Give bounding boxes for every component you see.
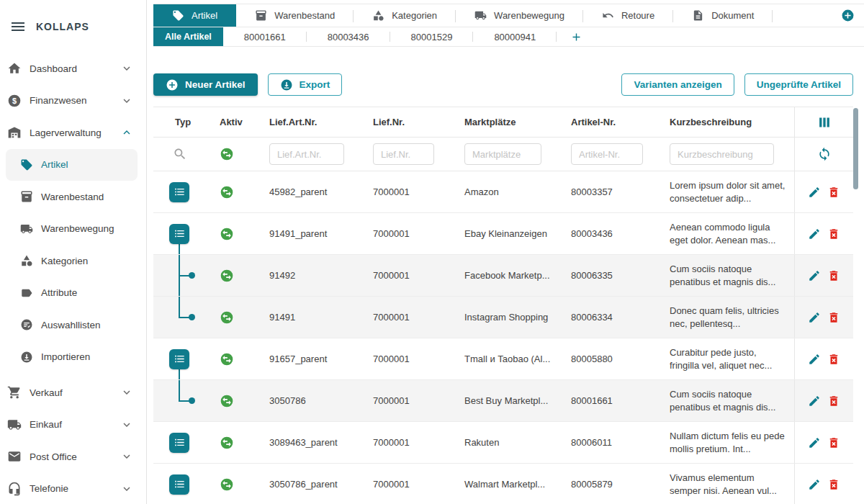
sidebar-item-warenbewegung[interactable]: Warenbewegung xyxy=(6,213,138,246)
pencil-icon[interactable] xyxy=(808,311,821,324)
swap-circle-icon[interactable] xyxy=(220,477,234,492)
sidebar-item-einkauf[interactable]: Einkauf xyxy=(6,409,138,441)
show-variants-button[interactable]: Varianten anzeigen xyxy=(621,73,734,96)
columns-icon[interactable] xyxy=(816,114,832,130)
swap-circle-icon[interactable] xyxy=(220,394,234,408)
trash-x-icon[interactable] xyxy=(827,269,840,282)
swap-circle-icon[interactable] xyxy=(220,147,234,161)
filter-aktiv-cell xyxy=(199,138,251,171)
column-header-lief-art-nr: Lief.Art.Nr. xyxy=(251,107,356,137)
swap-circle-icon[interactable] xyxy=(220,185,234,199)
trash-x-icon[interactable] xyxy=(827,311,840,324)
sidebar-item-importieren[interactable]: Importieren xyxy=(6,341,138,374)
subtab-alle-artikel[interactable]: Alle Artikel xyxy=(153,27,223,46)
pencil-icon[interactable] xyxy=(808,228,821,240)
table-row[interactable]: 30507867000001Best Buy Marketpl...800016… xyxy=(153,380,853,422)
category-icon xyxy=(372,9,384,22)
filter-input-lief-art-nr[interactable] xyxy=(269,143,344,165)
column-header-artikel-nr: Artikel-Nr. xyxy=(554,107,652,137)
add-module-tab-button[interactable] xyxy=(841,9,855,22)
swap-circle-icon[interactable] xyxy=(220,436,234,450)
sidebar-item-kategorien[interactable]: Kategorien xyxy=(6,245,138,277)
pencil-icon[interactable] xyxy=(808,478,821,491)
swap-circle-icon[interactable] xyxy=(220,269,234,283)
swap-circle-icon[interactable] xyxy=(220,227,234,241)
tab-warenbewegung[interactable]: Warenbewegung xyxy=(456,4,583,27)
parent-article-icon[interactable] xyxy=(169,349,189,369)
trash-x-icon[interactable] xyxy=(827,353,840,366)
trash-x-icon[interactable] xyxy=(827,228,840,240)
tab-dokument[interactable]: Dokument xyxy=(673,4,773,27)
pencil-icon[interactable] xyxy=(808,436,821,449)
sidebar-item-auswahllisten[interactable]: Auswahllisten xyxy=(6,309,138,341)
subtab-80001661[interactable]: 80001661 xyxy=(223,27,307,46)
table-row[interactable]: 91657_parent7000001Tmall и Taobao (Al...… xyxy=(153,338,853,380)
chevron-down-icon xyxy=(120,62,133,75)
sidebar-item-verkauf[interactable]: Verkauf xyxy=(6,377,138,409)
module-tabs: ArtikelWarenbestandKategorienWarenbewegu… xyxy=(153,4,773,27)
tab-kategorien[interactable]: Kategorien xyxy=(354,4,456,27)
menu-icon[interactable] xyxy=(9,18,27,35)
table-row[interactable]: 91491_parent7000001Ebay Kleinanzeigen800… xyxy=(153,213,853,255)
tab-warenbestand[interactable]: Warenbestand xyxy=(236,4,354,27)
dollar-circle-icon: $ xyxy=(7,94,22,108)
parent-article-icon[interactable] xyxy=(169,182,189,202)
pencil-icon[interactable] xyxy=(808,395,821,408)
actions-cell xyxy=(794,213,853,254)
sidebar-item-post-office[interactable]: Post Office xyxy=(6,441,138,473)
kurzbeschreibung-cell: Vivamus elementum semper nisi. Aenean vu… xyxy=(652,464,794,504)
tree-node-dot xyxy=(189,397,195,404)
scrollbar[interactable] xyxy=(853,108,858,189)
add-article-tab-button[interactable] xyxy=(570,31,582,43)
export-icon xyxy=(280,78,293,91)
subtab-80003436[interactable]: 80003436 xyxy=(307,27,390,46)
tab-artikel[interactable]: Artikel xyxy=(153,4,236,27)
filter-input-lief-nr[interactable] xyxy=(373,143,434,165)
table-row[interactable]: 45982_parent7000001Amazon80003357Lorem i… xyxy=(153,171,853,213)
table-row[interactable]: 3089463_parent7000001Rakuten80006011Null… xyxy=(153,422,853,464)
pencil-icon[interactable] xyxy=(808,353,821,366)
table-row[interactable]: 914927000001Facebook Marketp...80006335C… xyxy=(153,255,853,297)
parent-article-icon[interactable] xyxy=(169,474,189,495)
sidebar-item-dashboard[interactable]: Dashboard xyxy=(6,53,138,85)
swap-circle-icon[interactable] xyxy=(220,352,234,366)
parent-article-icon[interactable] xyxy=(169,433,189,453)
pencil-icon[interactable] xyxy=(808,186,821,199)
tab-retoure[interactable]: Retoure xyxy=(583,4,673,27)
trash-x-icon[interactable] xyxy=(827,186,840,199)
table-row[interactable]: 3050786_parent7000001Walmart Marketpl...… xyxy=(153,464,853,504)
aktiv-cell xyxy=(199,338,251,379)
sync-icon[interactable] xyxy=(817,147,832,161)
unchecked-articles-label: Ungeprüfte Artikel xyxy=(757,79,841,90)
new-article-button[interactable]: Neuer Artikel xyxy=(153,73,258,96)
column-header-typ: Typ xyxy=(153,107,199,137)
sidebar-item-telefonie[interactable]: Telefonie xyxy=(6,473,138,504)
unchecked-articles-button[interactable]: Ungeprüfte Artikel xyxy=(744,73,853,96)
trash-x-icon[interactable] xyxy=(827,478,840,491)
actions-cell xyxy=(794,338,853,379)
filter-input-marktpl-tze[interactable] xyxy=(464,143,541,165)
parent-article-icon[interactable] xyxy=(169,224,189,244)
sidebar-item-warenbestand[interactable]: Warenbestand xyxy=(6,181,138,213)
swap-circle-icon[interactable] xyxy=(220,310,234,325)
artikel-nr-cell: 80005879 xyxy=(554,464,652,504)
subtab-80001529[interactable]: 80001529 xyxy=(390,27,474,46)
table-row[interactable]: 914917000001Instagram Shopping80006334Do… xyxy=(153,297,853,338)
filter-input-artikel-nr[interactable] xyxy=(571,143,643,165)
typ-cell xyxy=(153,338,199,379)
sidebar-item-lagerverwaltung[interactable]: Lagerverwaltung xyxy=(6,117,138,149)
filter-cell xyxy=(251,138,356,171)
trash-x-icon[interactable] xyxy=(827,436,840,449)
pencil-icon[interactable] xyxy=(808,269,821,282)
refresh-cell xyxy=(794,138,853,171)
filter-input-kurzbeschreibung[interactable] xyxy=(670,143,774,165)
lief-nr-cell: 7000001 xyxy=(356,422,447,463)
trash-x-icon[interactable] xyxy=(827,395,840,408)
add-icon xyxy=(166,78,179,91)
sidebar-item-artikel[interactable]: Artikel xyxy=(6,149,138,181)
sidebar-item-finanzwesen[interactable]: $Finanzwesen xyxy=(6,85,138,117)
aktiv-cell xyxy=(199,213,251,254)
subtab-80000941[interactable]: 80000941 xyxy=(473,27,557,46)
sidebar-item-attribute[interactable]: Attribute xyxy=(6,277,138,310)
export-button[interactable]: Export xyxy=(268,73,343,96)
